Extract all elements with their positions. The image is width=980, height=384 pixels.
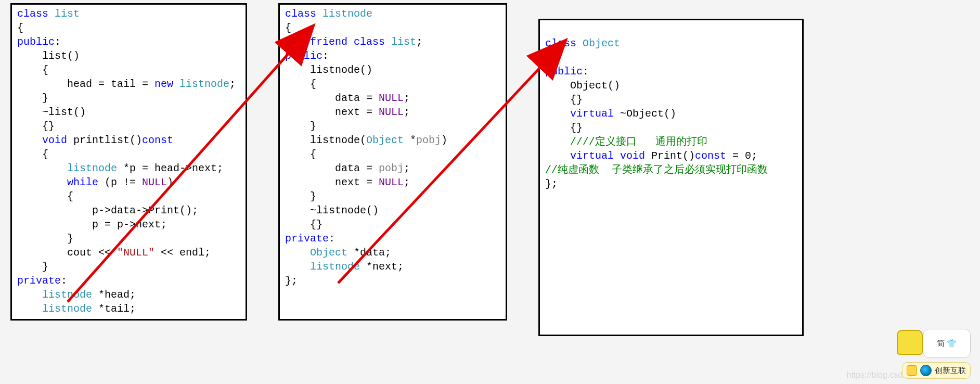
- kw-private: private: [17, 275, 61, 287]
- code-line: };: [545, 178, 558, 190]
- badge-label: 创新互联: [935, 366, 966, 376]
- badge-logo-icon: [920, 365, 932, 376]
- code-line: {}: [285, 219, 323, 231]
- code-line: }: [285, 190, 316, 202]
- code-line: head = tail =: [17, 78, 154, 90]
- code-line: }: [17, 233, 73, 245]
- kw-class: class: [17, 8, 48, 20]
- type-object: Object: [576, 37, 620, 49]
- code-line: p->data->Print();: [17, 204, 198, 216]
- code-line: listnode(): [285, 64, 372, 76]
- watermark-url: https://blog.csdn: [846, 370, 907, 380]
- code-line: {}: [545, 94, 583, 106]
- code-line: {: [17, 22, 23, 34]
- code-line: ~listnode(): [285, 204, 379, 216]
- code-line: Object(): [545, 80, 620, 92]
- type-list: list: [48, 8, 80, 20]
- kw-public: public: [285, 50, 323, 62]
- code-box-listnode: class listnode { friend class list; publ…: [278, 3, 507, 321]
- kw-class: class: [285, 8, 316, 20]
- code-line: {: [285, 78, 316, 90]
- kw-class: class: [545, 37, 576, 49]
- code-line: {: [545, 52, 551, 63]
- avatar-text: 简: [937, 339, 945, 349]
- code-line: {: [285, 22, 291, 34]
- code-line: }: [285, 120, 316, 132]
- avatar-bubble: 简 👕: [923, 329, 971, 358]
- badge-square-icon: [907, 365, 917, 376]
- code-line: }: [17, 92, 48, 104]
- comment-interface: ////定义接口 通用的打印: [545, 136, 707, 148]
- brand-badge: 创新互联: [902, 362, 971, 379]
- code-line: p = p->next;: [17, 219, 167, 231]
- code-line: ~list(): [17, 106, 86, 118]
- code-line: }: [17, 261, 48, 273]
- code-line: {}: [17, 120, 55, 132]
- cartoon-avatar-icon: [897, 330, 923, 355]
- comment-purevirtual: //纯虚函数 子类继承了之后必须实现打印函数: [545, 164, 768, 176]
- code-line: {: [17, 64, 48, 76]
- kw-public: public: [545, 66, 583, 78]
- code-box-object: class Object { public: Object() {} virtu…: [538, 19, 804, 336]
- code-box-list: class list { public: list() { head = tai…: [10, 3, 247, 321]
- code-line: {: [17, 190, 73, 202]
- diagram-container: class list { public: list() { head = tai…: [0, 0, 980, 336]
- code-line: list(): [17, 50, 80, 62]
- code-line: };: [285, 275, 298, 287]
- type-listnode: listnode: [316, 8, 372, 20]
- kw-public: public: [17, 36, 55, 48]
- code-line: {: [17, 148, 48, 160]
- kw-private: private: [285, 233, 329, 245]
- code-line: {}: [545, 122, 583, 134]
- code-line: {: [285, 148, 316, 160]
